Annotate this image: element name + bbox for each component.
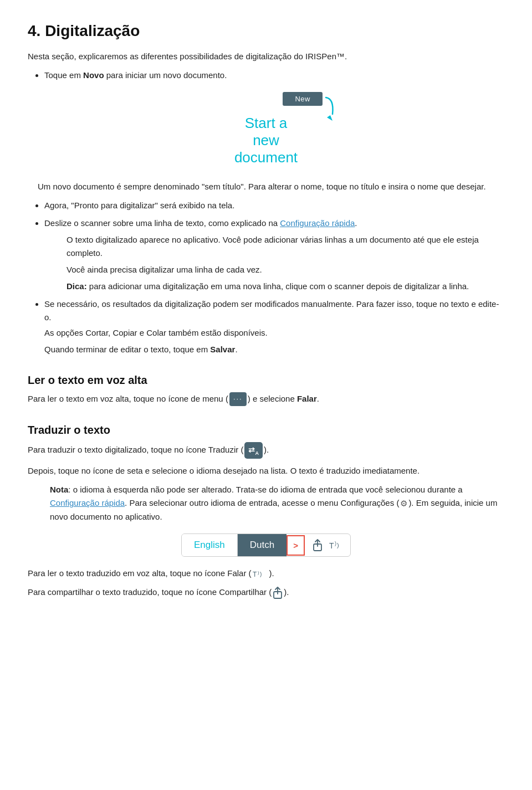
menu-dots-icon: ···: [229, 392, 247, 406]
translate-icon: ⇄A: [244, 442, 263, 459]
gear-icon: ⚙: [400, 497, 407, 510]
bullet-4-sub1: As opções Cortar, Copiar e Colar também …: [44, 326, 504, 340]
configuracao-rapida-link-1[interactable]: Configuração rápida: [280, 218, 355, 228]
dutch-label: Dutch: [238, 534, 287, 556]
translate-action-icons: T ) ): [305, 538, 350, 552]
read-aloud-paragraph: Para ler o texto em voz alta, toque no í…: [28, 392, 504, 406]
svg-text:): ): [335, 541, 336, 546]
language-selector-illustration: English Dutch > T ) ): [28, 533, 504, 557]
share-up-icon: [311, 538, 324, 552]
svg-text:): ): [258, 570, 259, 575]
translate-paragraph-1: Para traduzir o texto digitalizado, toqu…: [28, 442, 504, 459]
sem-titulo-paragraph: Um novo documento é sempre denominado "s…: [38, 180, 504, 193]
start-new-document-text: Start anewdocument: [234, 115, 298, 167]
svg-text:): ): [337, 542, 339, 548]
share-translated-icon: [272, 586, 284, 599]
bullet-3: Deslize o scanner sobre uma linha de tex…: [44, 217, 504, 293]
english-label: English: [182, 534, 238, 556]
read-translated-paragraph: Para ler o texto traduzido em voz alta, …: [28, 567, 504, 580]
share-translated-paragraph: Para compartilhar o texto traduzido, toq…: [28, 586, 504, 599]
svg-text:T: T: [329, 541, 334, 550]
new-document-illustration: New Start anewdocument: [28, 92, 504, 170]
translate-paragraph-2: Depois, toque no ícone de seta e selecio…: [28, 464, 504, 478]
indent-2: Você ainda precisa digitalizar uma linha…: [66, 263, 504, 276]
bullet-1: Toque em Novo para iniciar um novo docum…: [44, 69, 504, 82]
note-paragraph: Nota: o idioma à esquerda não pode ser a…: [50, 483, 504, 524]
configuracao-rapida-link-2[interactable]: Configuração rápida: [50, 498, 125, 507]
indent-3: Dica: para adicionar uma digitalização e…: [66, 280, 504, 293]
svg-marker-0: [327, 115, 332, 121]
bullet-4: Se necessário, os resultados da digitali…: [44, 297, 504, 356]
svg-text:): ): [260, 571, 262, 577]
speak-translated-icon: T)): [252, 568, 269, 580]
intro-paragraph: Nesta seção, explicaremos as diferentes …: [28, 50, 504, 63]
arrow-illustration: [298, 93, 337, 126]
bullet-2: Agora, "Pronto para digitalizar" será ex…: [44, 199, 504, 212]
page-title: 4. Digitalização: [28, 22, 504, 40]
bullet-paragraph-1: Um novo documento é sempre denominado "s…: [38, 180, 504, 193]
section-translate-title: Traduzir o texto: [28, 424, 504, 437]
translate-arrow-button[interactable]: >: [287, 535, 305, 556]
section-read-aloud-title: Ler o texto em voz alta: [28, 374, 504, 387]
bullet-4-sub2: Quando terminar de editar o texto, toque…: [44, 343, 504, 356]
indent-1: O texto digitalizado aparece no aplicati…: [66, 233, 504, 260]
speaker-icon: T ) ): [329, 538, 344, 552]
svg-text:T: T: [253, 571, 257, 578]
